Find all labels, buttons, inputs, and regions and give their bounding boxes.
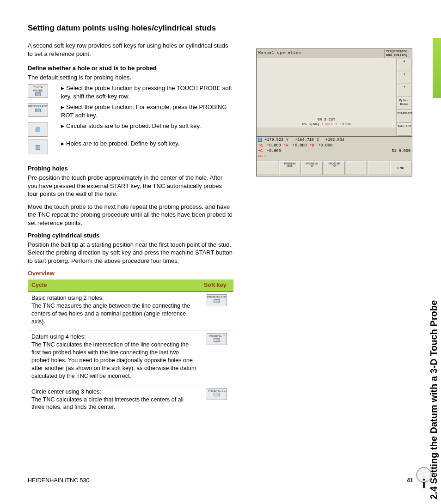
- col-softkey: Soft key: [200, 279, 233, 291]
- table-row: Basic rotation using 2 holes: The TNC me…: [28, 291, 233, 330]
- para-holes-a: Pre-position the touch probe approximate…: [28, 174, 233, 198]
- step-3: Circular studs are to be probed. Define …: [28, 122, 233, 137]
- screenshot-column: Manual operation Programming and editing…: [256, 49, 413, 176]
- table-row: Datum using 4 holes: The TNC calculates …: [28, 330, 233, 385]
- subhead-probing-studs: Probing cylindrical studs: [28, 231, 233, 240]
- tnc-coordinates: X +179.522 Y +164.718 Z +152.834 +a +0.0…: [257, 136, 412, 159]
- probing-rot-icon: PROBING ROT: [207, 294, 227, 306]
- side-btn-t[interactable]: T: [397, 85, 411, 97]
- cycle-cell: Datum using 4 holes: The TNC calculates …: [28, 330, 200, 385]
- side-btn-python[interactable]: Python Demos: [397, 97, 411, 110]
- tnc-screenshot: Manual operation Programming and editing…: [256, 49, 412, 176]
- side-btn-diagnosis[interactable]: DIAGNOSIS: [397, 110, 411, 123]
- step-1: TOUCH PROBE Select the probe function by…: [28, 84, 233, 100]
- probing-rot-softkey-icon: PROBING ROT: [28, 103, 48, 117]
- sk-end[interactable]: END: [390, 161, 411, 175]
- touch-probe-softkey-icon: TOUCH PROBE: [28, 84, 48, 98]
- page-number: 41: [407, 477, 413, 485]
- step-4-text: Holes are to be probed. Define by soft k…: [61, 140, 233, 148]
- side-btn-info[interactable]: Info 1/3: [397, 123, 411, 136]
- side-btn-m[interactable]: M: [397, 59, 411, 71]
- sk-probing-rot[interactable]: PROBING ROT: [279, 161, 300, 175]
- status-line-1: 0% S-IST: [257, 117, 396, 122]
- step-4: Holes are to be probed. Define by soft k…: [28, 140, 233, 154]
- probing-cc-icon: PROBING CC: [207, 388, 227, 400]
- step-3-text: Circular studs are to be probed. Define …: [61, 122, 233, 130]
- para-holes-b: Move the touch probe to the next hole re…: [28, 203, 233, 227]
- sk-probing-cc[interactable]: PROBING CC: [324, 161, 345, 175]
- col-cycle: Cycle: [28, 279, 200, 291]
- default-note: The default setting is for probing holes…: [28, 73, 233, 82]
- step-2: PROBING ROT Select the probe function: F…: [28, 103, 233, 119]
- sk-blank-3[interactable]: [368, 161, 389, 175]
- tnc-sidebar: M S T Python Demos DIAGNOSIS Info 1/3: [396, 58, 412, 136]
- overview-heading: Overview: [28, 269, 233, 278]
- side-btn-s[interactable]: S: [397, 72, 411, 84]
- cycle-cell: Circle center using 3 holes: The TNC cal…: [28, 385, 200, 416]
- actl-label: ACTL.: [258, 154, 268, 159]
- s1-value: S1 0.000: [392, 149, 410, 154]
- subhead-define: Define whether a hole or stud is to be p…: [28, 64, 233, 73]
- stud-softkey-icon: [28, 122, 48, 137]
- page-title: Setting datum points using holes/cylindr…: [28, 23, 233, 33]
- sk-probing-p[interactable]: PROBING P: [301, 161, 323, 175]
- table-row: Circle center using 3 holes: The TNC cal…: [28, 385, 233, 416]
- overview-table: Cycle Soft key Basic rotation using 2 ho…: [28, 279, 233, 416]
- cycle-cell: Basic rotation using 2 holes: The TNC me…: [28, 291, 200, 330]
- content-column: Setting datum points using holes/cylindr…: [28, 23, 233, 416]
- footer-left: HEIDENHAIN iTNC 530: [28, 477, 89, 485]
- tnc-softkey-row: PROBING ROT PROBING P PROBING CC END: [257, 160, 412, 176]
- probing-p-icon: PROBING P: [207, 333, 227, 345]
- subhead-probing-holes: Probing holes: [28, 164, 233, 173]
- tnc-mode: Programming and editing: [384, 49, 412, 58]
- tnc-title: Manual operation: [257, 49, 384, 58]
- step-2-text: Select the probe function: For example, …: [61, 103, 233, 119]
- info-icon: i: [414, 467, 434, 490]
- para-studs: Position the ball tip at a starting posi…: [28, 241, 233, 265]
- status-line-2: 0% S[Nm] LIMIT 1 13:06: [257, 122, 396, 127]
- sk-blank-2[interactable]: [346, 161, 367, 175]
- intro-paragraph: A second soft-key row provides soft keys…: [28, 42, 233, 58]
- hole-softkey-icon: [28, 140, 48, 154]
- step-1-text: Select the probe function by pressing th…: [61, 84, 233, 100]
- sk-blank-1[interactable]: [257, 161, 278, 175]
- page-footer: HEIDENHAIN iTNC 530 41: [28, 477, 413, 485]
- side-tab: 2.4 Setting the Datum with a 3-D Touch P…: [424, 18, 441, 300]
- tnc-canvas: 0% S-IST 0% S[Nm] LIMIT 1 13:06: [257, 58, 396, 128]
